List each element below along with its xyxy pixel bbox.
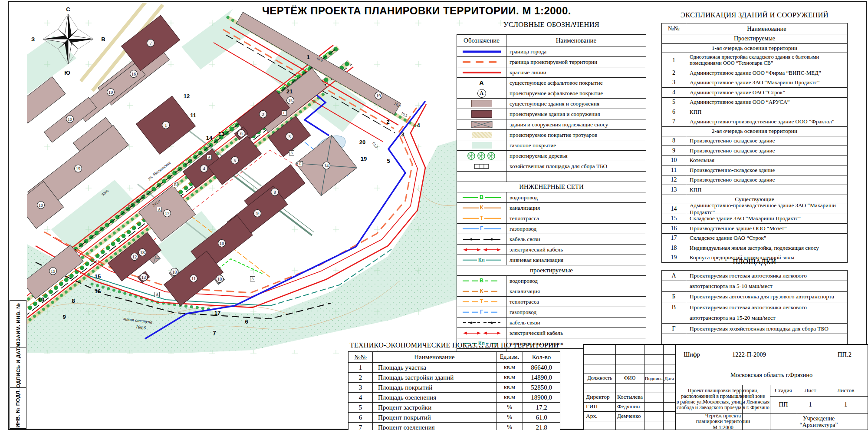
explication-row: 8Производственно-складское здание bbox=[662, 136, 847, 146]
legend-symbol-util-k: К bbox=[461, 205, 502, 212]
stamp-region: Московская область г.Фрязино bbox=[675, 367, 868, 383]
stamp-stage-value: ПП bbox=[770, 396, 797, 413]
legend-symbol-rect-lawn bbox=[461, 142, 502, 149]
compass-west-label: З bbox=[31, 36, 35, 43]
explication-row-name: Одноэтажная пристройка складского здания… bbox=[686, 53, 847, 68]
legend-row: Ггазопровод bbox=[457, 307, 646, 317]
explication-row: 3Администртивное здание ЗАО “Махариши Пр… bbox=[662, 78, 847, 88]
sites-row: автотранспорта на 5-10 маш/мест bbox=[662, 281, 847, 291]
legend-symbol-cell bbox=[457, 140, 506, 150]
sites-row-letter: А bbox=[662, 271, 686, 281]
explication-row-name: Администртивное здание ОАО “Строк” bbox=[686, 88, 847, 97]
legend-symbol-rect-demolish bbox=[461, 121, 502, 128]
legend-row: проектируемое покрытие тротуаров bbox=[457, 129, 646, 140]
legend-symbol-cell: В bbox=[457, 192, 506, 202]
building-number: 1 bbox=[164, 123, 167, 128]
sites-row-name: Проектируемая хозяйственная площадка для… bbox=[686, 324, 847, 334]
legend-row-label: проектируемые здания и сооружения bbox=[506, 109, 646, 119]
tep-row-name: Процент покрытий bbox=[373, 413, 496, 422]
legend-symbol-line-boundary bbox=[461, 59, 502, 66]
tep-col-num: №№ bbox=[349, 352, 373, 362]
building-number: 16 bbox=[132, 72, 136, 76]
stamp-organization: Учреждение “Архитектура” bbox=[770, 414, 868, 430]
sites-row-name: автотранспорта на 15-20 маш/мест bbox=[686, 313, 847, 323]
legend-symbol-cell bbox=[457, 109, 506, 119]
legend-row-label: газонное покрытие bbox=[506, 140, 646, 150]
tep-row: 5Процент застройки%17,2 bbox=[349, 402, 560, 412]
stamp-person-role: ГИП bbox=[584, 402, 617, 411]
tep-row-num: 6 bbox=[349, 413, 373, 422]
tep-row-qty: 21,8 bbox=[523, 423, 560, 430]
explication-row: 13КПП bbox=[662, 185, 847, 195]
tep-row-num: 4 bbox=[349, 393, 373, 402]
legend-row bbox=[457, 171, 646, 182]
sites-row-letter: Б bbox=[662, 292, 686, 302]
legend-row-label: проектируемое асфальтовое покрытие bbox=[506, 88, 646, 98]
legend-row: хозяйственная площадка для сбора ТБО bbox=[457, 161, 646, 171]
parking-area-letter: В bbox=[174, 182, 177, 187]
tep-row: 6Процент покрытий%61,0 bbox=[349, 412, 560, 422]
explication-section-row: 1-ая очередь освоения территории bbox=[662, 43, 847, 53]
explication-row-num: 13 bbox=[662, 185, 686, 195]
sites-panel: ПЛОЩАДКИ АПроектируемая гостевая автосто… bbox=[661, 258, 848, 345]
explication-row-num: 12 bbox=[662, 175, 686, 185]
boundary-point-number: 17 bbox=[214, 310, 220, 316]
explication-row-num: 6 bbox=[662, 107, 686, 117]
explication-row-num: 17 bbox=[662, 234, 686, 243]
legend-section-row: проектируемые bbox=[457, 265, 646, 275]
tep-row-num: 1 bbox=[349, 363, 373, 372]
legend-section-label: ИНЖЕНЕРНЫЕ СЕТИ bbox=[457, 182, 646, 192]
tep-table: №№ Наименование Ед.изм. Кол-во 1Площадь … bbox=[348, 351, 560, 430]
building-number: 19 bbox=[108, 90, 113, 95]
legend-row-label: проектируемое покрытие тротуаров bbox=[506, 130, 646, 140]
sidebar-box-inv-podl: ИНВ. № ПОДЛ. bbox=[10, 387, 26, 429]
stamp-col-date: Дата bbox=[663, 374, 675, 383]
explication-panel: ЭКСПЛИКАЦИЯ ЗДАНИЙ И СООРУЖЕНИЙ №№ Наиме… bbox=[661, 11, 848, 263]
legend-row: Ггазопровод bbox=[457, 223, 646, 234]
legend-row: Ттеплотрасса bbox=[457, 296, 646, 307]
tep-row-name: Площадь озеленения bbox=[373, 393, 496, 402]
legend-row-label: водопровод bbox=[506, 276, 646, 286]
building-number: 3 bbox=[288, 134, 290, 139]
legend-row-label: красные линии bbox=[506, 67, 646, 77]
tep-col-name: Наименование bbox=[373, 352, 496, 362]
explication-row: 12Производственно-складское здание bbox=[662, 175, 847, 185]
legend-row-label bbox=[506, 172, 646, 182]
explication-section-label: 2-ая очередь освоения территории bbox=[662, 127, 847, 136]
legend-symbol-util-cable bbox=[461, 236, 502, 243]
legend-row-label: хозяйственная площадка для сбора ТБО bbox=[506, 161, 646, 171]
parking-area-letter: А bbox=[290, 151, 293, 155]
boundary-point-number: 8 bbox=[72, 298, 75, 304]
tep-row-name: Площадь участка bbox=[373, 363, 496, 372]
building-number: 18 bbox=[217, 277, 222, 281]
tep-row-qty: 14890,0 bbox=[523, 373, 560, 382]
stamp-drawing-name: Чертёж проекта планировки территории М 1… bbox=[676, 414, 770, 430]
tep-row-name: Площадь застройки зданий bbox=[373, 373, 496, 382]
tep-row-unit: % bbox=[496, 413, 523, 422]
stamp-col-sign: Подпись bbox=[644, 374, 663, 383]
stamp-sheets-value: 1 bbox=[824, 396, 868, 413]
explication-row-name: КПП bbox=[686, 107, 847, 117]
legend-row: Кканализация bbox=[457, 202, 646, 213]
tep-row: 7Процент озеленения%21,8 bbox=[349, 422, 560, 430]
title-block: Должность ФИО Подпись Дата Директор Кост… bbox=[583, 344, 868, 430]
legend-row: Клливневая канализация bbox=[457, 255, 646, 265]
legend-symbol-letter-a: А bbox=[461, 79, 502, 86]
explication-col-name: Наименование bbox=[686, 23, 847, 34]
tep-col-unit: Ед.изм. bbox=[496, 352, 523, 362]
legend-row: кабель связи bbox=[457, 317, 646, 327]
legend-row: Асуществующее асфальтовое покрытие bbox=[457, 77, 646, 88]
legend-symbol-util-v: В bbox=[461, 194, 502, 201]
boundary-point-number: 10 bbox=[38, 296, 44, 303]
explication-row: 5Администртивное здание ООО “АРУСА” bbox=[662, 97, 847, 107]
explication-row-name: Индивидуальная жилая застройка, подлежащ… bbox=[686, 243, 847, 253]
legend-symbol-cell bbox=[457, 99, 506, 109]
legend-row-label: теплотрасса bbox=[506, 297, 646, 307]
legend-row-label: граница города bbox=[506, 46, 646, 56]
tep-row-qty: 18900,0 bbox=[523, 393, 560, 402]
building-number: 17 bbox=[165, 211, 170, 216]
explication-row: 10Котельная bbox=[662, 155, 847, 165]
explication-row: 18Индивидуальная жилая застройка, подлеж… bbox=[662, 243, 847, 253]
legend-symbol-rect-projected bbox=[461, 111, 502, 118]
tep-row: 1Площадь участкакв.м86640,0 bbox=[349, 362, 560, 372]
